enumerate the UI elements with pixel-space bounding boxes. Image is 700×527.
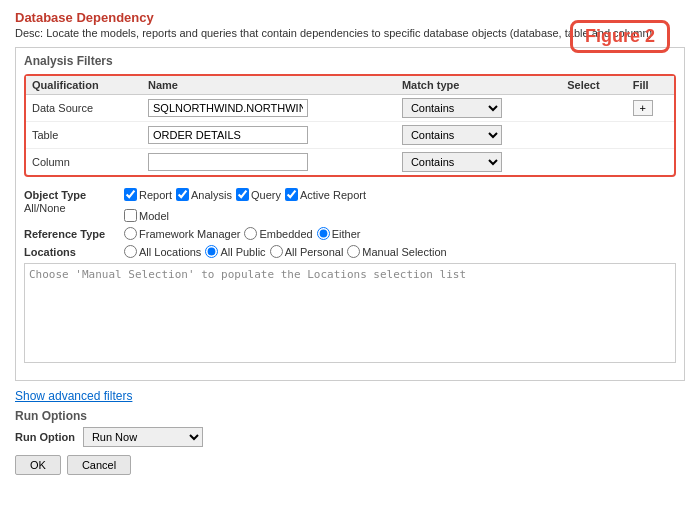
name-input-1[interactable]: [148, 126, 308, 144]
radio-all_public[interactable]: [205, 245, 218, 258]
object-type-label: Object Type: [24, 188, 124, 201]
radio-label-fw_mgr[interactable]: Framework Manager: [124, 227, 240, 240]
table-row: TableContainsStarts withEnds withEquals: [26, 122, 674, 149]
run-option-select[interactable]: Run NowSave and run onceSchedule: [83, 427, 203, 447]
checkbox-active_report[interactable]: [285, 188, 298, 201]
reference-type-label: Reference Type: [24, 227, 124, 240]
analysis-filters-section: Analysis Filters Qualification Name Matc…: [15, 47, 685, 381]
col-select: Select: [561, 76, 627, 95]
checkbox-label-query[interactable]: Query: [236, 188, 281, 201]
radio-text-all_public: All Public: [220, 246, 265, 258]
qual-cell: Column: [26, 149, 142, 176]
radio-all_loc[interactable]: [124, 245, 137, 258]
checkbox-text-report: Report: [139, 189, 172, 201]
radio-label-all_public[interactable]: All Public: [205, 245, 265, 258]
qual-cell: Table: [26, 122, 142, 149]
radio-text-manual: Manual Selection: [362, 246, 446, 258]
radio-fw_mgr[interactable]: [124, 227, 137, 240]
table-row: Data SourceContainsStarts withEnds withE…: [26, 95, 674, 122]
reference-type-row: Reference Type Framework ManagerEmbedded…: [24, 227, 676, 240]
match-select-2[interactable]: ContainsStarts withEnds withEquals: [402, 152, 502, 172]
locations-row: Locations All LocationsAll PublicAll Per…: [24, 245, 676, 258]
radio-text-all_loc: All Locations: [139, 246, 201, 258]
checkbox-text-analysis: Analysis: [191, 189, 232, 201]
all-none-label: All/None: [24, 201, 124, 214]
object-type-options: ReportAnalysisQueryActive ReportModel: [124, 188, 676, 222]
col-match-type: Match type: [396, 76, 561, 95]
run-options-label: Run Options: [15, 409, 685, 423]
object-type-row: Object Type All/None ReportAnalysisQuery…: [24, 188, 676, 222]
checkbox-query[interactable]: [236, 188, 249, 201]
ok-button[interactable]: OK: [15, 455, 61, 475]
checkbox-text-active_report: Active Report: [300, 189, 366, 201]
button-row: OK Cancel: [15, 455, 685, 475]
checkbox-analysis[interactable]: [176, 188, 189, 201]
header-area: Figure 2 Database Dependency Desc: Locat…: [15, 10, 685, 39]
fill-button[interactable]: +: [633, 100, 653, 116]
run-option-row: Run Option Run NowSave and run onceSched…: [15, 427, 685, 447]
name-input-0[interactable]: [148, 99, 308, 117]
checkbox-label-active_report[interactable]: Active Report: [285, 188, 366, 201]
radio-either[interactable]: [317, 227, 330, 240]
radio-text-either: Either: [332, 228, 361, 240]
radio-label-either[interactable]: Either: [317, 227, 361, 240]
col-qualification: Qualification: [26, 76, 142, 95]
figure-badge: Figure 2: [570, 20, 670, 53]
radio-label-manual[interactable]: Manual Selection: [347, 245, 446, 258]
radio-embedded[interactable]: [244, 227, 257, 240]
cancel-button[interactable]: Cancel: [67, 455, 131, 475]
checkbox-text-query: Query: [251, 189, 281, 201]
run-option-field-label: Run Option: [15, 431, 75, 443]
select-cell: [561, 149, 627, 176]
radio-text-all_personal: All Personal: [285, 246, 344, 258]
locations-label: Locations: [24, 245, 124, 258]
radio-label-all_loc[interactable]: All Locations: [124, 245, 201, 258]
checkbox-model[interactable]: [124, 209, 137, 222]
checkbox-text-model: Model: [139, 210, 169, 222]
run-options-section: Run Options Run Option Run NowSave and r…: [15, 409, 685, 447]
checkbox-report[interactable]: [124, 188, 137, 201]
select-cell: [561, 95, 627, 122]
reference-type-options: Framework ManagerEmbeddedEither: [124, 227, 676, 240]
qualification-table: Qualification Name Match type Select Fil…: [26, 76, 674, 175]
name-input-2[interactable]: [148, 153, 308, 171]
match-select-0[interactable]: ContainsStarts withEnds withEquals: [402, 98, 502, 118]
radio-manual[interactable]: [347, 245, 360, 258]
checkbox-label-report[interactable]: Report: [124, 188, 172, 201]
col-fill: Fill: [627, 76, 674, 95]
radio-label-all_personal[interactable]: All Personal: [270, 245, 344, 258]
table-row: ColumnContainsStarts withEnds withEquals: [26, 149, 674, 176]
select-cell: [561, 122, 627, 149]
radio-text-embedded: Embedded: [259, 228, 312, 240]
show-advanced-link[interactable]: Show advanced filters: [15, 389, 685, 403]
qual-cell: Data Source: [26, 95, 142, 122]
radio-all_personal[interactable]: [270, 245, 283, 258]
qualification-table-wrapper: Qualification Name Match type Select Fil…: [24, 74, 676, 177]
col-name: Name: [142, 76, 396, 95]
checkbox-label-analysis[interactable]: Analysis: [176, 188, 232, 201]
locations-options: All LocationsAll PublicAll PersonalManua…: [124, 245, 676, 258]
radio-label-embedded[interactable]: Embedded: [244, 227, 312, 240]
checkbox-label-model[interactable]: Model: [124, 209, 169, 222]
locations-textarea[interactable]: [24, 263, 676, 363]
match-select-1[interactable]: ContainsStarts withEnds withEquals: [402, 125, 502, 145]
analysis-filters-label: Analysis Filters: [24, 54, 676, 68]
radio-text-fw_mgr: Framework Manager: [139, 228, 240, 240]
